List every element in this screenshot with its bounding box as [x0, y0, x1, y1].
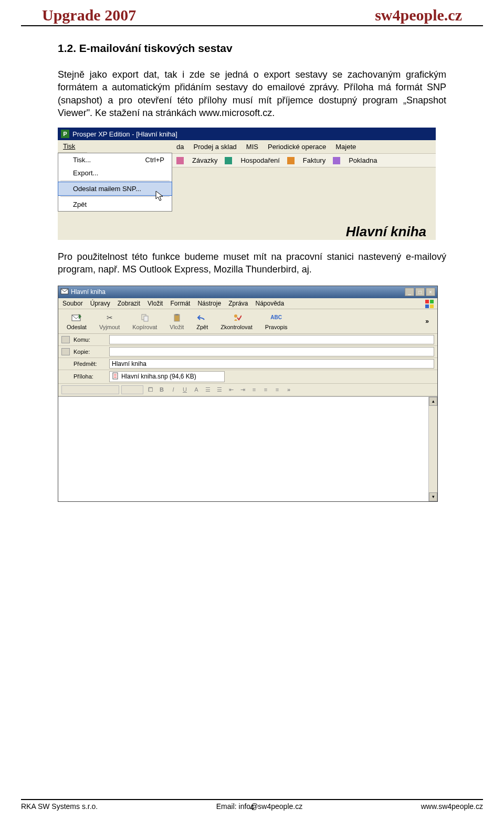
- to-input[interactable]: [109, 335, 434, 344]
- footer-url: www.sw4people.cz: [421, 802, 483, 811]
- nav-item[interactable]: da: [176, 143, 184, 151]
- menu-tisk[interactable]: Tisk: [58, 140, 87, 153]
- section-title: 1.2. E-mailování tiskových sestav: [58, 42, 446, 55]
- snapshot-file-icon: [112, 372, 119, 381]
- menu-upravy[interactable]: Úpravy: [90, 300, 110, 307]
- zavazky-icon: [176, 157, 184, 164]
- address-book-icon[interactable]: [61, 348, 70, 355]
- menu-item-odeslat-snp[interactable]: Odeslat mailem SNP...: [58, 182, 172, 196]
- italic-button[interactable]: I: [169, 385, 178, 394]
- oe-title: Hlavní kniha: [71, 288, 106, 296]
- menu-nastroje[interactable]: Nástroje: [197, 300, 221, 307]
- hospodareni-icon: [225, 157, 232, 164]
- bold-button[interactable]: B: [157, 385, 166, 394]
- menu-item-export[interactable]: Export...: [58, 166, 172, 180]
- check-button[interactable]: Zkontrolovat: [215, 311, 258, 331]
- svg-point-10: [234, 314, 237, 318]
- svg-rect-7: [144, 316, 148, 321]
- list-ordered-icon[interactable]: ☰: [203, 385, 213, 394]
- menu-item-zpet[interactable]: Zpět: [58, 198, 172, 211]
- address-book-icon[interactable]: [61, 336, 70, 343]
- nav-item[interactable]: Závazky: [192, 156, 217, 164]
- svg-rect-1: [425, 300, 429, 303]
- svg-rect-3: [425, 304, 429, 308]
- outdent-icon[interactable]: ⇤: [226, 385, 236, 394]
- spell-button[interactable]: ABC Pravopis: [260, 311, 293, 331]
- align-center-icon[interactable]: ≡: [261, 385, 270, 394]
- send-icon: [71, 312, 82, 323]
- cc-input[interactable]: [109, 347, 434, 356]
- oe-toolbar: Odeslat ✂ Vyjmout Kopírovat Vložit Zpět …: [58, 309, 437, 334]
- font-color-button[interactable]: A: [192, 385, 201, 394]
- minimize-button[interactable]: _: [405, 288, 414, 296]
- page-footer: RKA SW Systems s.r.o. Email: info@sw4peo…: [21, 799, 483, 811]
- prosper-topnav-2: Závazky Hospodaření Faktury Pokladna: [172, 154, 436, 167]
- rt-expand[interactable]: »: [287, 386, 290, 393]
- menu-format[interactable]: Formát: [170, 300, 190, 307]
- paste-icon: [171, 312, 183, 323]
- menu-zobrazit[interactable]: Zobrazit: [118, 300, 140, 307]
- prosper-titlebar: P Prosper XP Edition - [Hlavní kniha]: [58, 128, 436, 140]
- pokladna-icon: [333, 157, 340, 164]
- font-size-select[interactable]: [121, 385, 143, 394]
- scrollbar[interactable]: ▴ ▾: [428, 397, 437, 501]
- cut-icon: ✂: [104, 312, 116, 323]
- nav-item[interactable]: Hospodaření: [240, 156, 279, 164]
- message-body[interactable]: ▴ ▾: [58, 396, 437, 501]
- align-right-icon[interactable]: ≡: [272, 385, 282, 394]
- menu-napoveda[interactable]: Nápověda: [255, 300, 284, 307]
- font-family-select[interactable]: [61, 385, 119, 394]
- menu-separator: [60, 181, 170, 181]
- prosper-app-icon: P: [61, 130, 69, 138]
- menu-zprava[interactable]: Zpráva: [228, 300, 248, 307]
- send-button[interactable]: Odeslat: [61, 311, 92, 331]
- copy-button[interactable]: Kopírovat: [127, 311, 162, 331]
- prosper-topnav-1: da Prodej a sklad MIS Periodické operace…: [172, 140, 436, 154]
- prosper-main-area: da Prodej a sklad MIS Periodické operace…: [172, 140, 436, 240]
- svg-rect-4: [430, 304, 434, 308]
- attachment-chip[interactable]: Hlavní kniha.snp (94,6 KB): [109, 371, 225, 382]
- list-bullet-icon[interactable]: ☰: [215, 385, 224, 394]
- scroll-up-icon[interactable]: ▴: [429, 397, 437, 406]
- nav-item[interactable]: Periodické operace: [268, 143, 326, 151]
- nav-item[interactable]: Faktury: [303, 156, 326, 164]
- menu-soubor[interactable]: Soubor: [62, 300, 83, 307]
- attachment-name: Hlavní kniha.snp (94,6 KB): [121, 373, 196, 380]
- content: 1.2. E-mailování tiskových sestav Stejně…: [0, 26, 504, 502]
- tisk-dropdown: Tisk... Ctrl+P Export... Odeslat mailem …: [58, 153, 172, 212]
- close-button[interactable]: ×: [426, 288, 435, 296]
- prosper-title: Prosper XP Edition - [Hlavní kniha]: [72, 130, 177, 138]
- undo-icon: [196, 312, 208, 323]
- cut-button[interactable]: ✂ Vyjmout: [94, 311, 125, 331]
- page-number: 4: [250, 803, 254, 812]
- mail-icon: [60, 288, 69, 297]
- page-header: Upgrade 2007 sw4people.cz: [21, 0, 483, 26]
- underline-button[interactable]: U: [180, 385, 190, 394]
- undo-button[interactable]: Zpět: [191, 311, 213, 331]
- nav-item[interactable]: Majete: [335, 143, 356, 151]
- menu-vlozit[interactable]: Vložit: [148, 300, 163, 307]
- subject-label: Předmět:: [74, 361, 107, 367]
- scroll-down-icon[interactable]: ▾: [429, 492, 437, 501]
- subject-input[interactable]: [109, 359, 434, 369]
- nav-item[interactable]: Pokladna: [349, 156, 377, 164]
- menu-item-tisk[interactable]: Tisk... Ctrl+P: [58, 153, 172, 166]
- paste-button[interactable]: Vložit: [164, 311, 189, 331]
- faktury-icon: [287, 157, 295, 164]
- maximize-button[interactable]: □: [415, 288, 425, 296]
- spell-icon: ABC: [270, 312, 282, 323]
- para-icon[interactable]: ⧠: [145, 385, 155, 394]
- toolbar-expand[interactable]: »: [420, 316, 434, 327]
- align-left-icon[interactable]: ≡: [249, 385, 259, 394]
- oe-header-fields: Komu: Kopie: Předmět: Příloha: Hlavní kn…: [58, 334, 437, 384]
- header-right: sw4people.cz: [375, 6, 462, 24]
- indent-icon[interactable]: ⇥: [238, 385, 247, 394]
- copy-icon: [139, 312, 151, 323]
- paragraph-2: Pro použitelnost této funkce budeme muse…: [58, 250, 446, 276]
- nav-item[interactable]: MIS: [246, 143, 258, 151]
- attach-label: Příloha:: [74, 373, 107, 380]
- nav-item[interactable]: Prodej a sklad: [193, 143, 236, 151]
- menu-separator: [60, 196, 170, 197]
- windows-flag-icon: [425, 299, 434, 309]
- screenshot-outlook: Hlavní kniha _ □ × Soubor Úpravy Zobrazi…: [58, 286, 438, 502]
